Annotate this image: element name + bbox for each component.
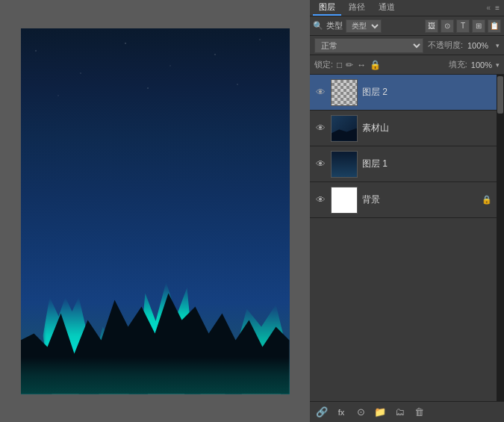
filter-icon-smart[interactable]: 📋 xyxy=(488,19,501,33)
scroll-thumb[interactable] xyxy=(497,76,503,114)
layers-body: 👁 图层 2 👁 素材山 👁 图层 1 xyxy=(310,75,504,401)
panel-menu-button[interactable]: ≡ xyxy=(494,3,501,13)
lock-all-icon[interactable]: 🔒 xyxy=(370,60,381,70)
lock-row: 锁定: □ ✏ ↔ 🔒 填充: 100% ▾ xyxy=(310,55,504,75)
layer1-visibility[interactable]: 👁 xyxy=(314,158,326,170)
layer2-visibility[interactable]: 👁 xyxy=(314,87,326,99)
opacity-label: 不透明度: xyxy=(428,40,463,51)
link-icon[interactable]: 🔗 xyxy=(314,405,329,420)
folder-icon[interactable]: 📁 xyxy=(373,405,388,420)
layer2-name: 图层 2 xyxy=(362,86,492,99)
mountain-visibility[interactable]: 👁 xyxy=(314,122,326,134)
layers-list: 👁 图层 2 👁 素材山 👁 图层 1 xyxy=(310,75,497,401)
lock-move-icon[interactable]: ↔ xyxy=(357,60,366,70)
layer-item-layer1[interactable]: 👁 图层 1 xyxy=(310,146,497,182)
layer-item-background[interactable]: 👁 背景 🔒 xyxy=(310,182,497,218)
filter-icons: 🖼 ⊙ T ⊞ 📋 xyxy=(425,19,501,33)
glow-layer xyxy=(21,245,290,394)
stars-layer xyxy=(21,28,290,138)
fill-value: 100% xyxy=(471,60,492,69)
mountain-name: 素材山 xyxy=(362,122,492,134)
panel-header: 图层 路径 通道 « ≡ xyxy=(310,0,504,16)
vertical-scrollbar[interactable] xyxy=(497,75,504,401)
mountain-thumbnail xyxy=(331,115,358,142)
background-lock-icon: 🔒 xyxy=(482,195,492,205)
lock-paint-icon[interactable]: ✏ xyxy=(346,60,353,70)
opacity-value: 100% xyxy=(467,41,491,50)
bottom-toolbar: 🔗 fx ⊙ 📁 🗂 🗑 xyxy=(310,401,504,422)
tab-paths[interactable]: 路径 xyxy=(343,0,371,16)
tab-layers[interactable]: 图层 xyxy=(313,0,341,16)
canvas-wrapper xyxy=(21,28,290,394)
fill-dropdown[interactable]: ▾ xyxy=(496,61,500,69)
tab-channels[interactable]: 通道 xyxy=(373,0,401,16)
lock-pixels-icon[interactable]: □ xyxy=(337,60,342,70)
base-glow xyxy=(21,357,290,394)
background-visibility[interactable]: 👁 xyxy=(314,194,326,206)
filter-icon-image[interactable]: 🖼 xyxy=(425,19,438,33)
layer1-thumbnail xyxy=(331,151,358,178)
opacity-dropdown[interactable]: ▾ xyxy=(496,42,500,49)
lock-label: 锁定: xyxy=(314,59,333,70)
right-panel: 图层 路径 通道 « ≡ 🔍 类型 类型 🖼 ⊙ T ⊞ 📋 正常 不透明度: … xyxy=(310,0,504,422)
search-icon: 🔍 xyxy=(313,21,323,31)
adjustment-icon[interactable]: ⊙ xyxy=(353,405,368,420)
layer-item-layer2[interactable]: 👁 图层 2 xyxy=(310,75,497,111)
background-thumbnail xyxy=(331,187,358,214)
thumb-mountain xyxy=(332,116,357,141)
filter-icon-text[interactable]: T xyxy=(456,19,470,33)
panel-tabs: 图层 路径 通道 xyxy=(313,0,401,16)
background-name: 背景 xyxy=(362,193,477,206)
fx-button[interactable]: fx xyxy=(334,405,349,420)
panel-header-right: « ≡ xyxy=(487,3,501,13)
filter-icon-shape[interactable]: ⊞ xyxy=(472,19,485,33)
thumb-blue xyxy=(332,152,357,177)
blend-row: 正常 不透明度: 100% ▾ xyxy=(310,36,504,55)
filter-type-select[interactable]: 类型 xyxy=(346,19,382,33)
layer1-name: 图层 1 xyxy=(362,158,492,170)
collapse-button[interactable]: « xyxy=(487,4,491,12)
filter-row: 🔍 类型 类型 🖼 ⊙ T ⊞ 📋 xyxy=(310,16,504,36)
filter-icon-adjustment[interactable]: ⊙ xyxy=(441,19,454,33)
canvas-area xyxy=(0,0,310,422)
thumb-white xyxy=(332,187,357,213)
fill-label: 填充: xyxy=(449,59,467,70)
layer-item-mountain[interactable]: 👁 素材山 xyxy=(310,111,497,146)
thumb-checkerboard xyxy=(332,80,357,105)
blend-mode-select[interactable]: 正常 xyxy=(314,38,423,53)
canvas-image xyxy=(21,28,290,394)
layer2-thumbnail xyxy=(331,79,358,106)
filter-type-label: 类型 xyxy=(326,20,343,31)
delete-icon[interactable]: 🗑 xyxy=(411,405,426,420)
new-layer-icon[interactable]: 🗂 xyxy=(392,405,407,420)
